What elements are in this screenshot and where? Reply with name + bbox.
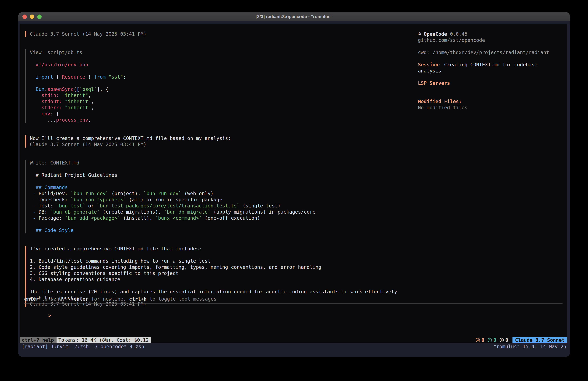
- text-line: I've created a comprehensive CONTEXT.md …: [30, 246, 397, 252]
- text-line: [418, 92, 563, 98]
- message-accent-bar: [25, 135, 26, 148]
- text-line: [418, 43, 563, 49]
- window-title: [2/3] radiant:3:opencode - "romulus": [256, 14, 333, 19]
- i-counter: i0: [488, 337, 496, 343]
- block-lines: Write: CONTEXT.md # Radiant Project Guid…: [30, 160, 315, 233]
- text-line: [30, 80, 126, 86]
- text-line: Claude 3.7 Sonnet (14 May 2025 03:41 PM): [30, 31, 146, 37]
- text-line: cwd: /home/thdxr/dev/projects/radiant/ra…: [418, 49, 563, 56]
- assistant-message: Now I'll create a comprehensive CONTEXT.…: [25, 135, 412, 148]
- status-bar: ctrl+? help Tokens: 16.4K (8%), Cost: $0…: [20, 337, 567, 343]
- text-line: [418, 74, 563, 80]
- terminal-window: [2/3] radiant:3:opencode - "romulus" Cla…: [18, 12, 570, 357]
- text-line: Claude 3.7 Sonnet (14 May 2025 03:41 PM): [30, 141, 231, 148]
- text-line: - Build/Dev: `bun run dev` (project), `b…: [30, 190, 315, 197]
- text-line: import { Resource } from "sst";: [30, 74, 126, 80]
- text-line: [418, 56, 563, 62]
- block-lines: Claude 3.7 Sonnet (14 May 2025 03:41 PM): [30, 31, 146, 37]
- text-line: 3. CSS styling conventions specific to t…: [30, 270, 397, 276]
- block-lines: Now I'll create a comprehensive CONTEXT.…: [30, 135, 231, 148]
- minimize-button[interactable]: [30, 15, 34, 19]
- input-divider: [24, 303, 563, 304]
- text-line: Write: CONTEXT.md: [30, 160, 315, 166]
- text-line: Now I'll create a comprehensive CONTEXT.…: [30, 135, 231, 141]
- i-circle-icon: i: [488, 338, 492, 342]
- assistant-message-meta: Claude 3.7 Sonnet (14 May 2025 03:41 PM): [25, 31, 412, 37]
- text-line: [30, 221, 315, 227]
- h-circle-icon: h: [500, 338, 504, 342]
- text-line: The file is concise (20 lines) and captu…: [30, 289, 397, 295]
- tool-output-view: View: script/db.ts #!/usr/bin/env bun im…: [25, 49, 412, 123]
- text-line: [30, 56, 126, 62]
- input-hint: enter to send, \+enter for newline, ctrl…: [24, 296, 216, 302]
- tool-accent-bar: [25, 49, 26, 123]
- text-line: [418, 86, 563, 92]
- text-line: - Package: `bun add <package>` (install)…: [30, 215, 315, 221]
- text-line: No modified files: [418, 105, 563, 111]
- help-shortcut-badge[interactable]: ctrl+? help: [20, 337, 56, 343]
- text-line: Modified Files:: [418, 98, 563, 105]
- w-counter: w0: [476, 337, 484, 343]
- tool-accent-bar: [25, 160, 26, 233]
- message-accent-bar: [25, 31, 26, 37]
- session-info-panel: © OpenCode 0.0.45github.com/sst/opencode…: [418, 31, 563, 111]
- tool-output-write: Write: CONTEXT.md # Radiant Project Guid…: [25, 160, 412, 233]
- text-line: # Radiant Project Guidelines: [30, 172, 315, 178]
- text-line: - TypeCheck: `bun run typecheck` (all) o…: [30, 197, 315, 203]
- text-line: stdout: "inherit",: [30, 98, 126, 105]
- counter-value: 0: [493, 337, 496, 343]
- text-line: stdin: "inherit",: [30, 92, 126, 98]
- text-line: Session: Creating CONTEXT.md for codebas…: [418, 62, 563, 68]
- text-line: [30, 68, 126, 74]
- tmux-windows-list: [radiant] 1:nvim 2:zsh- 3:opencode* 4:zs…: [22, 344, 144, 349]
- text-line: analysis: [418, 68, 563, 74]
- tokens-cost-badge: Tokens: 16.4K (8%), Cost: $0.12: [57, 337, 151, 343]
- h-counter: h0: [500, 337, 508, 343]
- text-line: Bun.spawnSync([`psql`], {: [30, 86, 126, 92]
- scrollbar-track[interactable]: [567, 24, 570, 343]
- text-line: [30, 166, 315, 172]
- model-badge[interactable]: Claude 3.7 Sonnet: [512, 337, 567, 343]
- tmux-host-clock: "romulus" 15:41 14-May-25: [493, 344, 566, 349]
- traffic-lights: [22, 12, 42, 21]
- text-line: - Test: `bun test` or `bun test packages…: [30, 203, 315, 209]
- opencode-screen: Claude 3.7 Sonnet (14 May 2025 03:41 PM)…: [20, 24, 567, 343]
- text-line: [30, 252, 397, 258]
- prompt-symbol: >: [48, 313, 51, 318]
- counter-value: 0: [505, 337, 508, 343]
- block-lines: View: script/db.ts #!/usr/bin/env bun im…: [30, 49, 126, 123]
- text-line: env: {: [30, 111, 126, 117]
- counter-value: 0: [482, 337, 484, 343]
- tmux-status-bar: [radiant] 1:nvim 2:zsh- 3:opencode* 4:zs…: [18, 343, 570, 350]
- text-line: - DB: `bun db generate` (create migratio…: [30, 209, 315, 215]
- text-line: 4. Database operations guidance: [30, 276, 397, 283]
- text-line: ...process.env,: [30, 117, 126, 123]
- text-line: [30, 178, 315, 184]
- text-line: 2. Code style guidelines covering import…: [30, 264, 397, 270]
- window-titlebar: [2/3] radiant:3:opencode - "romulus": [18, 12, 570, 21]
- text-line: View: script/db.ts: [30, 49, 126, 56]
- text-line: #!/usr/bin/env bun: [30, 62, 126, 68]
- prompt-input[interactable]: >: [25, 306, 562, 313]
- w-circle-icon: w: [476, 338, 480, 342]
- zoom-button[interactable]: [37, 15, 42, 19]
- chat-transcript: Claude 3.7 Sonnet (14 May 2025 03:41 PM)…: [25, 31, 412, 319]
- close-button[interactable]: [22, 15, 27, 19]
- text-line: ## Commands: [30, 184, 315, 190]
- text-line: LSP Servers: [418, 80, 563, 86]
- text-line: 1. Build/lint/test commands including ho…: [30, 258, 397, 264]
- diagnostic-counters: w0i0h0: [476, 337, 508, 343]
- text-line: ## Code Style: [30, 227, 315, 233]
- text-line: © OpenCode 0.0.45: [418, 31, 563, 37]
- text-line: stderr: "inherit",: [30, 105, 126, 111]
- status-spacer: [151, 337, 476, 343]
- text-line: [30, 283, 397, 289]
- text-line: github.com/sst/opencode: [418, 37, 563, 43]
- terminal-body: Claude 3.7 Sonnet (14 May 2025 03:41 PM)…: [18, 21, 570, 357]
